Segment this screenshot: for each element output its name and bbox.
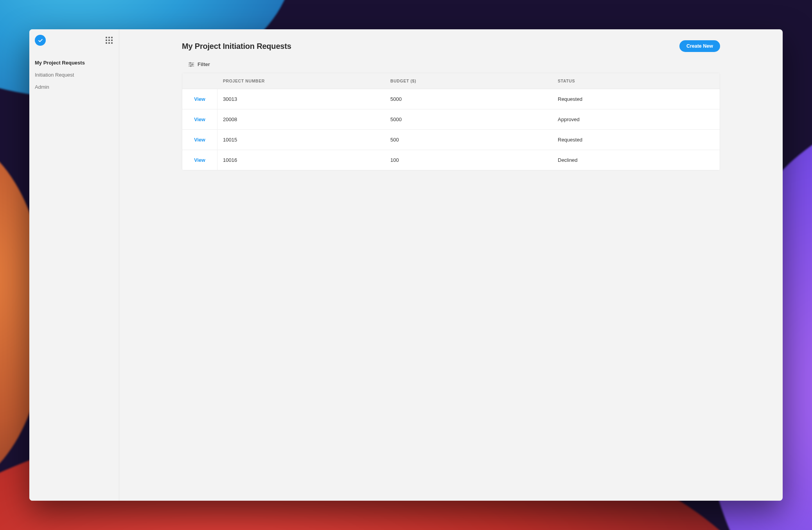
table-body: View 30013 5000 Requested View 20008 500… bbox=[182, 89, 720, 170]
table-header-budget: Budget ($) bbox=[385, 73, 552, 89]
table-header-row: Project Number Budget ($) Status bbox=[182, 73, 720, 89]
table-cell-project-number: 20008 bbox=[217, 109, 385, 129]
table-cell-project-number: 10016 bbox=[217, 150, 385, 170]
table-cell-budget: 5000 bbox=[385, 109, 552, 129]
page-title: My Project Initiation Requests bbox=[182, 42, 291, 51]
table-row: View 30013 5000 Requested bbox=[182, 89, 720, 109]
table-cell-action: View bbox=[182, 109, 217, 129]
table-header-project-number: Project Number bbox=[217, 73, 385, 89]
page-header: My Project Initiation Requests Create Ne… bbox=[182, 40, 720, 52]
sidebar-item-initiation-request[interactable]: Initiation Request bbox=[35, 72, 113, 78]
sidebar-nav: My Project Requests Initiation Request A… bbox=[29, 51, 119, 98]
app-window: My Project Requests Initiation Request A… bbox=[29, 29, 783, 501]
table-cell-action: View bbox=[182, 150, 217, 170]
view-link[interactable]: View bbox=[194, 137, 205, 143]
view-link[interactable]: View bbox=[194, 117, 205, 122]
svg-point-5 bbox=[190, 65, 191, 66]
table-cell-status: Declined bbox=[552, 150, 720, 170]
svg-point-1 bbox=[190, 62, 191, 63]
filter-button[interactable]: Filter bbox=[187, 59, 212, 70]
filter-label: Filter bbox=[198, 61, 210, 67]
table-cell-action: View bbox=[182, 89, 217, 109]
table-cell-project-number: 10015 bbox=[217, 130, 385, 150]
table-row: View 20008 5000 Approved bbox=[182, 109, 720, 130]
sidebar-header bbox=[29, 29, 119, 51]
filter-sliders-icon bbox=[188, 62, 194, 67]
table-cell-budget: 500 bbox=[385, 130, 552, 150]
create-new-button[interactable]: Create New bbox=[679, 40, 720, 52]
sidebar-item-my-project-requests[interactable]: My Project Requests bbox=[35, 60, 113, 66]
table-header-status: Status bbox=[552, 73, 720, 89]
main-content: My Project Initiation Requests Create Ne… bbox=[119, 29, 783, 501]
sidebar-item-label: My Project Requests bbox=[35, 60, 85, 66]
table-row: View 10016 100 Declined bbox=[182, 150, 720, 170]
table-row: View 10015 500 Requested bbox=[182, 130, 720, 150]
svg-point-3 bbox=[192, 64, 193, 65]
sidebar: My Project Requests Initiation Request A… bbox=[29, 29, 119, 501]
requests-table: Project Number Budget ($) Status View 30… bbox=[182, 73, 720, 170]
table-cell-budget: 100 bbox=[385, 150, 552, 170]
table-cell-budget: 5000 bbox=[385, 89, 552, 109]
check-circle-icon bbox=[38, 38, 43, 43]
table-header-action bbox=[182, 73, 217, 89]
table-toolbar: Filter bbox=[182, 59, 720, 70]
table-cell-action: View bbox=[182, 130, 217, 150]
app-logo[interactable] bbox=[35, 35, 46, 46]
sidebar-item-label: Admin bbox=[35, 84, 49, 90]
table-cell-project-number: 30013 bbox=[217, 89, 385, 109]
sidebar-item-admin[interactable]: Admin bbox=[35, 84, 113, 90]
view-link[interactable]: View bbox=[194, 158, 205, 163]
apps-grid-icon[interactable] bbox=[105, 36, 113, 45]
table-cell-status: Requested bbox=[552, 89, 720, 109]
view-link[interactable]: View bbox=[194, 97, 205, 102]
table-cell-status: Requested bbox=[552, 130, 720, 150]
table-cell-status: Approved bbox=[552, 109, 720, 129]
sidebar-item-label: Initiation Request bbox=[35, 72, 74, 78]
